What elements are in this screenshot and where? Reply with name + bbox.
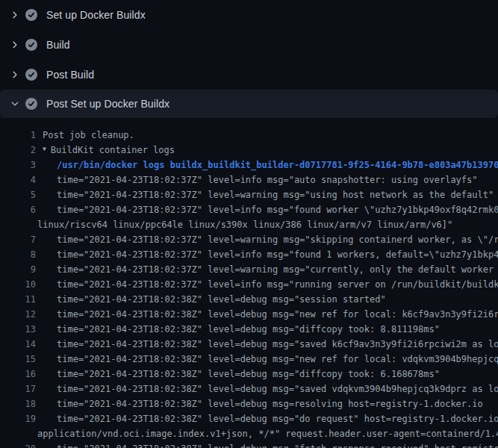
log-line[interactable]: 20 time="2021-04-23T18:02:38Z" level=deb… [0, 441, 498, 448]
log-line-number[interactable]: 14 [0, 337, 36, 352]
log-line-number[interactable]: 13 [0, 322, 36, 337]
log-line-content: application/vnd.oci.image.index.v1+json,… [37, 426, 498, 441]
log-line-content: time="2021-04-23T18:02:38Z" level=debug … [57, 396, 483, 411]
chevron-right-icon[interactable] [10, 70, 19, 79]
log-line-content: time="2021-04-23T18:02:37Z" level=warnin… [57, 232, 498, 247]
step-row-post-set-up-docker-buildx[interactable]: Post Set up Docker Buildx [0, 90, 498, 118]
log-line-number[interactable]: 5 [0, 187, 36, 202]
log-line-text: /usr/bin/docker logs buildx_buildkit_bui… [57, 158, 498, 172]
log-line[interactable]: linux/riscv64 linux/ppc64le linux/s390x … [0, 217, 498, 232]
step-label: Post Build [46, 69, 94, 81]
log-line[interactable]: 3 /usr/bin/docker logs buildx_buildkit_b… [0, 158, 498, 172]
log-line[interactable]: 18 time="2021-04-23T18:02:38Z" level=deb… [0, 396, 498, 411]
log-line-text: time="2021-04-23T18:02:37Z" level=info m… [57, 247, 498, 262]
log-line-content: time="2021-04-23T18:02:38Z" level=debug … [57, 307, 498, 322]
step-row-build[interactable]: Build [0, 30, 498, 60]
log-line-number[interactable]: 18 [0, 396, 36, 411]
log-line[interactable]: 10 time="2021-04-23T18:02:37Z" level=inf… [0, 277, 498, 292]
log-line[interactable]: 1 Post job cleanup. [0, 128, 498, 143]
log-line-content: ▼BuildKit container logs [43, 143, 175, 158]
log-line-number[interactable] [0, 426, 36, 441]
log-line-number[interactable]: 17 [0, 382, 36, 396]
log-line[interactable]: 14 time="2021-04-23T18:02:38Z" level=deb… [0, 337, 498, 352]
log-line-text: time="2021-04-23T18:02:37Z" level=info m… [57, 202, 498, 217]
step-row-set-up-docker-buildx[interactable]: Set up Docker Buildx [0, 0, 498, 30]
log-line-number[interactable]: 15 [0, 352, 36, 367]
log-line-text: time="2021-04-23T18:02:38Z" level=debug … [57, 396, 483, 411]
log-line-text: time="2021-04-23T18:02:38Z" level=debug … [57, 367, 440, 382]
log-line-content: Post job cleanup. [43, 128, 134, 143]
log-line-text: time="2021-04-23T18:02:37Z" level=warnin… [57, 262, 498, 277]
log-line-text: time="2021-04-23T18:02:37Z" level=info m… [57, 172, 478, 187]
log-line-text: time="2021-04-23T18:02:38Z" level=debug … [57, 382, 498, 396]
log-line[interactable]: 8 time="2021-04-23T18:02:37Z" level=info… [0, 247, 498, 262]
check-circle-icon [25, 9, 37, 21]
log-line-number[interactable]: 2 [0, 143, 36, 158]
log-line-content: time="2021-04-23T18:02:37Z" level=info m… [57, 247, 498, 262]
log-line[interactable]: 6 time="2021-04-23T18:02:37Z" level=info… [0, 202, 498, 217]
actions-log-panel: Set up Docker Buildx Build Post Build [0, 0, 498, 448]
log-line-number[interactable]: 12 [0, 307, 36, 322]
log-line[interactable]: 17 time="2021-04-23T18:02:38Z" level=deb… [0, 382, 498, 396]
log-line-text: Post job cleanup. [43, 128, 134, 143]
log-line[interactable]: 9 time="2021-04-23T18:02:37Z" level=warn… [0, 262, 498, 277]
log-line-number[interactable]: 20 [0, 441, 36, 448]
log-line[interactable]: 12 time="2021-04-23T18:02:38Z" level=deb… [0, 307, 498, 322]
log-line-text: time="2021-04-23T18:02:38Z" level=debug … [57, 307, 498, 322]
check-circle-icon [25, 98, 37, 110]
log-line-text: time="2021-04-23T18:02:37Z" level=warnin… [57, 187, 494, 202]
log-line-content: time="2021-04-23T18:02:37Z" level=info m… [57, 202, 498, 217]
log-line[interactable]: 13 time="2021-04-23T18:02:38Z" level=deb… [0, 322, 498, 337]
log-line-content: time="2021-04-23T18:02:38Z" level=debug … [57, 292, 386, 307]
group-toggle-icon[interactable]: ▼ [43, 143, 46, 157]
log-line[interactable]: 5 time="2021-04-23T18:02:37Z" level=warn… [0, 187, 498, 202]
log-line-number[interactable]: 9 [0, 262, 36, 277]
check-circle-icon [25, 39, 37, 51]
log-line-number[interactable]: 4 [0, 172, 36, 187]
log-line-text: time="2021-04-23T18:02:38Z" level=debug … [57, 411, 498, 426]
log-line-content: time="2021-04-23T18:02:38Z" level=debug … [57, 411, 498, 426]
log-line[interactable]: 4 time="2021-04-23T18:02:37Z" level=info… [0, 172, 498, 187]
log-line-text: time="2021-04-23T18:02:38Z" level=debug … [57, 292, 386, 307]
log-line-content: time="2021-04-23T18:02:37Z" level=info m… [57, 277, 498, 292]
log-line-content: time="2021-04-23T18:02:37Z" level=warnin… [57, 262, 498, 277]
log-line-number[interactable]: 19 [0, 411, 36, 426]
log-line-content: time="2021-04-23T18:02:38Z" level=debug … [57, 367, 440, 382]
chevron-right-icon[interactable] [10, 40, 19, 49]
log-line-number[interactable]: 3 [0, 158, 36, 172]
log-line[interactable]: application/vnd.oci.image.index.v1+json,… [0, 426, 498, 441]
log-line[interactable]: 15 time="2021-04-23T18:02:38Z" level=deb… [0, 352, 498, 367]
chevron-down-icon[interactable] [10, 99, 19, 108]
log-line[interactable]: 16 time="2021-04-23T18:02:38Z" level=deb… [0, 367, 498, 382]
log-line-number[interactable] [0, 217, 36, 232]
log-line-text: time="2021-04-23T18:02:38Z" level=debug … [57, 337, 498, 352]
log-line[interactable]: 2 ▼BuildKit container logs [0, 143, 498, 158]
log-line-number[interactable]: 11 [0, 292, 36, 307]
log-line-content: time="2021-04-23T18:02:38Z" level=debug … [57, 352, 498, 367]
log-line-content: time="2021-04-23T18:02:38Z" level=debug … [57, 337, 498, 352]
log-line-number[interactable]: 16 [0, 367, 36, 382]
log-lines: 1 Post job cleanup. 2 ▼BuildKit containe… [0, 128, 498, 448]
log-line-text: time="2021-04-23T18:02:38Z" level=debug … [57, 322, 440, 337]
log-line-text: time="2021-04-23T18:02:37Z" level=warnin… [57, 232, 498, 247]
log-line-number[interactable]: 1 [0, 128, 36, 143]
step-row-post-build[interactable]: Post Build [0, 60, 498, 90]
step-label: Build [46, 39, 70, 51]
log-line-number[interactable]: 10 [0, 277, 36, 292]
log-line[interactable]: 7 time="2021-04-23T18:02:37Z" level=warn… [0, 232, 498, 247]
log-line-content: time="2021-04-23T18:02:37Z" level=info m… [57, 172, 478, 187]
log-line-text: BuildKit container logs [51, 143, 175, 158]
log-line-number[interactable]: 6 [0, 202, 36, 217]
log-line[interactable]: 19 time="2021-04-23T18:02:38Z" level=deb… [0, 411, 498, 426]
log-line-text: time="2021-04-23T18:02:37Z" level=info m… [57, 277, 498, 292]
log-line-text: time="2021-04-23T18:02:38Z" level=debug … [57, 352, 498, 367]
step-label: Post Set up Docker Buildx [46, 98, 169, 110]
log-line-number[interactable]: 8 [0, 247, 36, 262]
log-line-content: time="2021-04-23T18:02:38Z" level=debug … [57, 382, 498, 396]
log-line[interactable]: 11 time="2021-04-23T18:02:38Z" level=deb… [0, 292, 498, 307]
log-line-content: time="2021-04-23T18:02:38Z" level=debug … [57, 322, 440, 337]
step-label: Set up Docker Buildx [46, 9, 146, 21]
log-line-text: linux/riscv64 linux/ppc64le linux/s390x … [37, 217, 452, 232]
log-line-number[interactable]: 7 [0, 232, 36, 247]
chevron-right-icon[interactable] [10, 10, 19, 19]
